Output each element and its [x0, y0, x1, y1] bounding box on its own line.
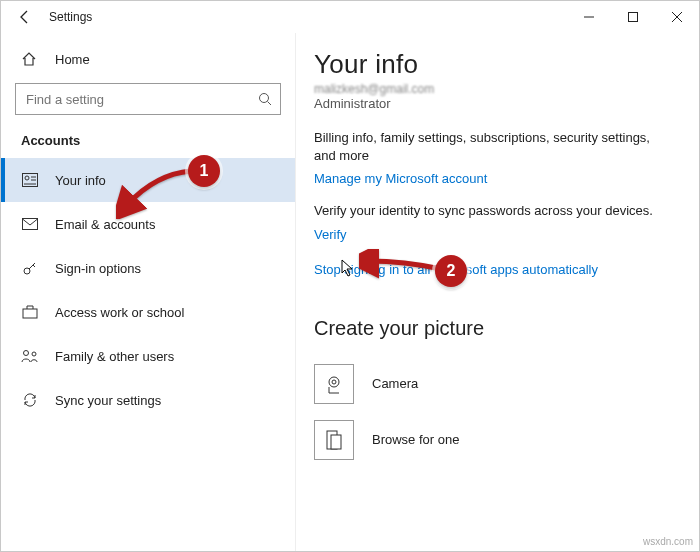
people-icon: [21, 349, 39, 363]
page-heading: Your info: [314, 49, 671, 80]
window-controls: [567, 1, 699, 33]
svg-rect-19: [331, 435, 341, 449]
manage-account-link[interactable]: Manage my Microsoft account: [314, 171, 487, 186]
sidebar-home[interactable]: Home: [1, 43, 295, 75]
sidebar-item-email-accounts[interactable]: Email & accounts: [1, 202, 295, 246]
settings-window: Settings Home Accounts: [0, 0, 700, 552]
maximize-button[interactable]: [611, 1, 655, 33]
close-button[interactable]: [655, 1, 699, 33]
sidebar-item-label: Access work or school: [55, 305, 184, 320]
minimize-button[interactable]: [567, 1, 611, 33]
briefcase-icon: [21, 305, 39, 319]
sidebar-item-label: Your info: [55, 173, 106, 188]
sidebar: Home Accounts Your info Email & acco: [1, 33, 296, 551]
sidebar-item-label: Family & other users: [55, 349, 174, 364]
browse-icon: [314, 420, 354, 460]
account-email: malizkesh@gmail.com: [314, 82, 671, 96]
sync-icon: [21, 392, 39, 408]
svg-point-15: [32, 352, 36, 356]
svg-line-5: [268, 102, 272, 106]
home-icon: [21, 51, 39, 67]
key-icon: [21, 260, 39, 276]
svg-point-7: [25, 176, 29, 180]
svg-rect-11: [23, 219, 38, 230]
picture-heading: Create your picture: [314, 317, 671, 340]
search-input[interactable]: [24, 91, 258, 108]
watermark: wsxdn.com: [643, 536, 693, 547]
svg-point-14: [24, 351, 29, 356]
sidebar-item-your-info[interactable]: Your info: [1, 158, 295, 202]
sidebar-item-signin-options[interactable]: Sign-in options: [1, 246, 295, 290]
search-icon: [258, 92, 272, 106]
svg-rect-13: [23, 309, 37, 318]
verify-link[interactable]: Verify: [314, 227, 347, 242]
sidebar-item-family-users[interactable]: Family & other users: [1, 334, 295, 378]
sidebar-item-label: Sync your settings: [55, 393, 161, 408]
sidebar-item-access-work-school[interactable]: Access work or school: [1, 290, 295, 334]
browse-option[interactable]: Browse for one: [314, 412, 671, 468]
content-pane: Your info malizkesh@gmail.com Administra…: [296, 33, 699, 551]
svg-point-16: [329, 377, 339, 387]
camera-option[interactable]: Camera: [314, 356, 671, 412]
search-box[interactable]: [15, 83, 281, 115]
account-role: Administrator: [314, 96, 671, 111]
stop-signing-link[interactable]: Stop signing in to all Microsoft apps au…: [314, 262, 598, 277]
svg-point-17: [332, 380, 336, 384]
sidebar-home-label: Home: [55, 52, 90, 67]
svg-point-4: [260, 94, 269, 103]
sidebar-section-header: Accounts: [1, 133, 295, 158]
sidebar-item-label: Sign-in options: [55, 261, 141, 276]
back-button[interactable]: [15, 7, 35, 27]
camera-icon: [314, 364, 354, 404]
sidebar-item-label: Email & accounts: [55, 217, 155, 232]
camera-label: Camera: [372, 376, 418, 391]
billing-description: Billing info, family settings, subscript…: [314, 129, 671, 165]
person-card-icon: [21, 173, 39, 187]
verify-description: Verify your identity to sync passwords a…: [314, 202, 671, 220]
browse-label: Browse for one: [372, 432, 459, 447]
svg-rect-1: [629, 13, 638, 22]
sidebar-item-sync-settings[interactable]: Sync your settings: [1, 378, 295, 422]
mail-icon: [21, 218, 39, 230]
titlebar: Settings: [1, 1, 699, 33]
window-title: Settings: [49, 10, 92, 24]
